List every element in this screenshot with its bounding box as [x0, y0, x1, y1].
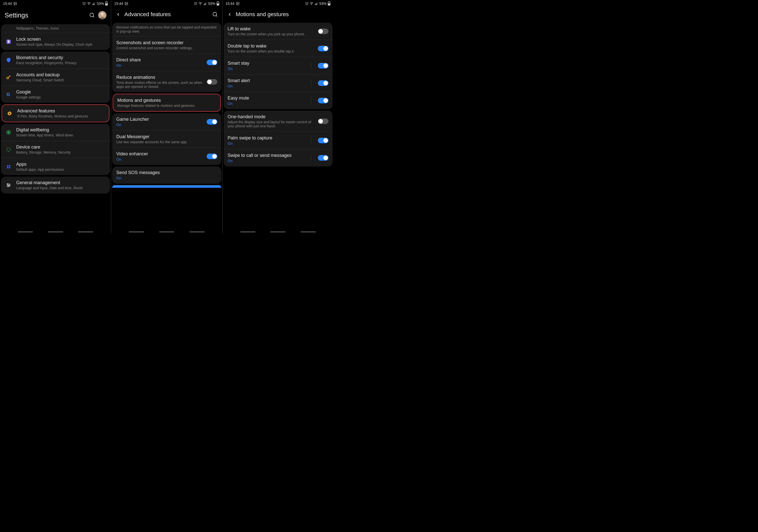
row-status: On [116, 122, 202, 127]
toggle-video-enhancer[interactable] [207, 153, 217, 159]
settings-item-video-enhancer[interactable]: Video enhancer On [112, 148, 221, 165]
alarm-icon [305, 2, 308, 5]
row-status: On [228, 101, 305, 106]
row-title: Game Launcher [116, 117, 202, 122]
toggle-easy-mute[interactable] [318, 98, 328, 103]
care-icon [5, 147, 12, 152]
settings-group: Wallpapers, Themes, Icons Lock screen Sc… [1, 24, 110, 50]
signal-icon [315, 2, 318, 5]
row-title: Direct share [116, 57, 202, 63]
settings-item-smart-alert[interactable]: Smart alert On [224, 74, 332, 92]
toggle-direct-share[interactable] [207, 60, 217, 65]
separator [311, 137, 311, 144]
toggle-reduce-animations[interactable] [207, 79, 217, 84]
status-time: 15:44 [225, 2, 234, 6]
toggle-palm-swipe[interactable] [318, 138, 328, 143]
toggle-swipe-to-call[interactable] [318, 155, 328, 161]
row-status: On [228, 66, 305, 71]
settings-group: Biometrics and security Face recognition… [1, 51, 110, 103]
page-title: Advanced features [124, 11, 208, 18]
row-title: Dual Messenger [116, 134, 217, 140]
row-title: General management [16, 180, 106, 185]
toggle-smart-stay[interactable] [318, 63, 328, 68]
settings-item-double-tap-to-wake[interactable]: Double tap to wake Turn on the screen wh… [224, 40, 332, 57]
alarm-icon [82, 2, 86, 5]
settings-item-accounts[interactable]: Accounts and backup Samsung Cloud, Smart… [1, 68, 110, 85]
settings-group: Receive notifications as icons that can … [112, 23, 221, 92]
image-icon [14, 2, 17, 5]
truncated-row[interactable]: Wallpapers, Themes, Icons [1, 24, 110, 33]
toggle-smart-alert[interactable] [318, 80, 328, 86]
svg-point-26 [7, 167, 8, 168]
svg-point-35 [125, 3, 126, 3]
settings-item-easy-mute[interactable]: Easy mute On [224, 92, 332, 109]
svg-rect-44 [217, 4, 219, 5]
toggle-lift-to-wake[interactable] [318, 28, 328, 34]
battery-icon [328, 2, 330, 6]
settings-item-one-handed[interactable]: One-handed mode Adjust the display size … [224, 111, 332, 132]
sliders-icon [5, 183, 12, 188]
svg-point-14 [101, 13, 104, 16]
settings-group: Send SOS messages On [112, 166, 221, 183]
settings-item-direct-share[interactable]: Direct share On [112, 53, 221, 71]
settings-item-send-sos[interactable]: Send SOS messages On [112, 166, 221, 183]
row-sub: Default apps, App permissions [16, 167, 106, 172]
settings-item-swipe-to-call[interactable]: Swipe to call or send messages On [224, 149, 332, 166]
status-battery: 53% [319, 2, 327, 6]
settings-item-lock-screen[interactable]: Lock screen Screen lock type, Always On … [1, 33, 110, 50]
row-title: Biometrics and security [16, 55, 106, 60]
toggle-one-handed[interactable] [318, 118, 328, 124]
row-sub: Use two separate accounts for the same a… [116, 140, 217, 144]
wifi-icon [199, 2, 202, 5]
toggle-double-tap-to-wake[interactable] [318, 46, 328, 51]
svg-line-12 [93, 16, 94, 17]
row-sub: S Pen, Bixby Routines, Motions and gestu… [17, 114, 105, 118]
row-sub: Receive notifications as icons that can … [116, 25, 217, 33]
settings-item-biometrics[interactable]: Biometrics and security Face recognition… [1, 51, 110, 68]
svg-rect-38 [204, 4, 204, 5]
settings-item-motions-gestures[interactable]: Motions and gestures Manage features rel… [113, 94, 220, 111]
svg-rect-40 [205, 3, 206, 5]
settings-item-google[interactable]: G Google Google settings [1, 85, 110, 103]
toggle-game-launcher[interactable] [207, 119, 217, 124]
settings-item-smart-stay[interactable]: Smart stay On [224, 57, 332, 74]
back-icon[interactable] [227, 12, 232, 17]
svg-rect-43 [217, 2, 218, 2]
search-icon[interactable] [89, 13, 95, 18]
settings-item-dual-messenger[interactable]: Dual Messenger Use two separate accounts… [112, 130, 221, 148]
row-title: Google [16, 89, 106, 95]
header: Settings [0, 9, 111, 23]
settings-item-palm-swipe[interactable]: Palm swipe to capture On [224, 132, 332, 149]
settings-item-general-mgmt[interactable]: General management Language and input, D… [1, 177, 110, 193]
settings-item-lift-to-wake[interactable]: Lift to wake Turn on the screen when you… [224, 23, 332, 40]
settings-item-reduce-animations[interactable]: Reduce animations Tone down motion effec… [112, 71, 221, 92]
row-title: Smart alert [228, 78, 305, 83]
settings-item-apps[interactable]: Apps Default apps, App permissions [1, 158, 110, 175]
svg-point-37 [200, 5, 200, 5]
truncated-row[interactable]: Receive notifications as icons that can … [112, 23, 221, 36]
battery-icon [105, 2, 108, 6]
svg-point-3 [89, 5, 89, 5]
svg-rect-6 [94, 3, 94, 5]
status-time: 15:44 [3, 2, 12, 6]
profile-avatar[interactable] [98, 11, 106, 19]
settings-item-advanced-features[interactable]: Advanced features S Pen, Bixby Routines,… [2, 105, 109, 122]
separator [311, 154, 311, 161]
svg-point-48 [237, 3, 237, 3]
row-title: Video enhancer [116, 151, 202, 157]
screen-2-advanced-features: 15:44 53% Advanced features Receive noti… [111, 0, 222, 233]
svg-point-33 [8, 186, 9, 187]
settings-item-device-care[interactable]: Device care Battery, Storage, Memory, Se… [1, 141, 110, 158]
settings-item-wellbeing[interactable]: Digital wellbeing Screen time, App timer… [1, 124, 110, 141]
svg-rect-5 [93, 4, 93, 5]
row-title: Accounts and backup [16, 72, 106, 78]
settings-item-screenshots[interactable]: Screenshots and screen recorder Control … [112, 36, 221, 53]
back-icon[interactable] [116, 12, 121, 17]
svg-point-24 [7, 165, 8, 166]
row-title: Advanced features [17, 108, 105, 114]
search-icon[interactable] [212, 12, 218, 17]
battery-icon [217, 2, 219, 6]
settings-item-game-launcher[interactable]: Game Launcher On [112, 113, 221, 130]
row-title: Motions and gestures [117, 98, 216, 103]
row-title: One-handed mode [228, 114, 314, 119]
